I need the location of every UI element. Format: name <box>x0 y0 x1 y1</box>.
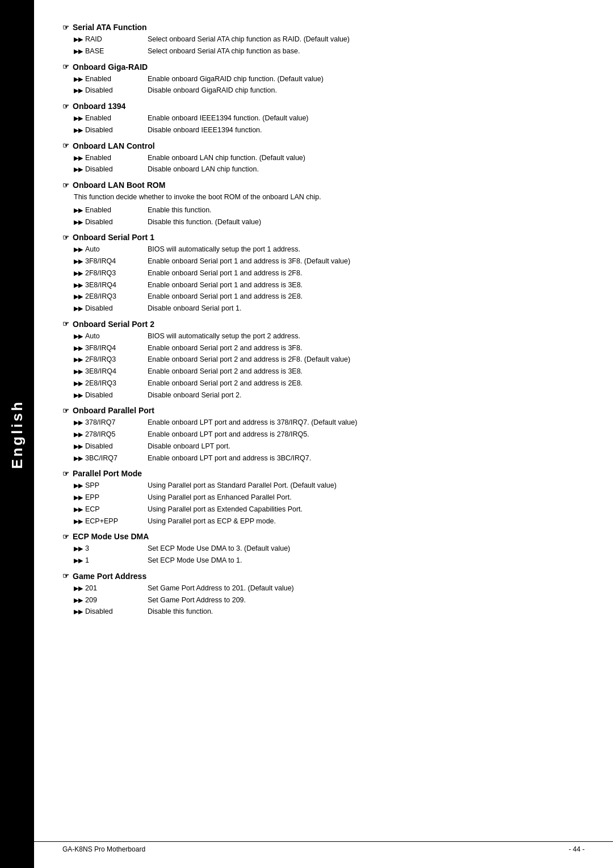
option-key: ▶▶SPP <box>74 480 148 491</box>
option-row: ▶▶EPPUsing Parallel port as Enhanced Par… <box>74 492 585 503</box>
option-key-text: Enabled <box>85 74 111 85</box>
bullet-icon: ▶▶ <box>74 481 83 490</box>
option-value-text: Enable onboard Serial port 1 and address… <box>148 291 585 302</box>
option-value-text: BIOS will automatically setup the port 2… <box>148 331 585 342</box>
section-title-text: Onboard Serial Port 2 <box>73 320 154 329</box>
section-serial-ata: ☞Serial ATA Function▶▶RAIDSelect onboard… <box>62 23 585 57</box>
option-key-text: ECP <box>85 504 100 515</box>
option-row: ▶▶BASESelect onboard Serial ATA chip fun… <box>74 46 585 57</box>
option-value-text: Enable onboard Serial port 1 and address… <box>148 268 585 279</box>
bullet-icon: ▶▶ <box>74 505 83 514</box>
option-value-text: Enable onboard GigaRAID chip function. (… <box>148 74 585 85</box>
option-key-text: Enabled <box>85 113 111 124</box>
option-row: ▶▶3E8/IRQ4Enable onboard Serial port 2 a… <box>74 366 585 377</box>
section-title-onboard-giga-raid: ☞Onboard Giga-RAID <box>62 62 585 72</box>
option-value-text: Enable onboard Serial port 2 and address… <box>148 378 585 389</box>
bullet-icon: ▶▶ <box>74 304 83 313</box>
option-key: ▶▶3F8/IRQ4 <box>74 256 148 267</box>
bullet-icon: ▶▶ <box>74 125 83 135</box>
option-value-text: Enable onboard LPT port and address is 3… <box>148 417 585 428</box>
section-title-onboard-lan-boot-rom: ☞Onboard LAN Boot ROM <box>62 181 585 190</box>
footer: GA-K8NS Pro Motherboard - 44 - <box>34 841 613 857</box>
section-onboard-serial-port-2: ☞Onboard Serial Port 2▶▶AutoBIOS will au… <box>62 320 585 401</box>
arrow-icon: ☞ <box>62 572 69 580</box>
section-parallel-port-mode: ☞Parallel Port Mode▶▶SPPUsing Parallel p… <box>62 469 585 526</box>
arrow-icon: ☞ <box>62 233 69 242</box>
page-wrapper: English ☞Serial ATA Function▶▶RAIDSelect… <box>0 0 613 868</box>
option-key-text: 3 <box>85 543 89 554</box>
option-key: ▶▶RAID <box>74 34 148 45</box>
option-key: ▶▶Disabled <box>74 85 148 96</box>
option-value-text: Set Game Port Address to 201. (Default v… <box>148 583 585 594</box>
option-key: ▶▶3F8/IRQ4 <box>74 343 148 354</box>
option-value-text: Enable this function. <box>148 205 585 216</box>
option-value-text: Select onboard Serial ATA chip function … <box>148 34 585 45</box>
option-value-text: Set Game Port Address to 209. <box>148 595 585 606</box>
section-onboard-serial-port-1: ☞Onboard Serial Port 1▶▶AutoBIOS will au… <box>62 233 585 314</box>
option-key: ▶▶Enabled <box>74 74 148 85</box>
option-key-text: Auto <box>85 331 100 342</box>
option-key-text: EPP <box>85 492 99 503</box>
option-key-text: SPP <box>85 480 99 491</box>
arrow-icon: ☞ <box>62 320 69 328</box>
option-key-text: Disabled <box>85 164 113 175</box>
option-row: ▶▶EnabledEnable onboard LAN chip functio… <box>74 153 585 163</box>
section-title-text: Onboard 1394 <box>73 102 125 111</box>
option-key-text: ECP+EPP <box>85 516 118 527</box>
option-row: ▶▶2F8/IRQ3Enable onboard Serial port 2 a… <box>74 354 585 365</box>
option-key: ▶▶3E8/IRQ4 <box>74 366 148 377</box>
section-title-onboard-lan-control: ☞Onboard LAN Control <box>62 141 585 150</box>
option-row: ▶▶EnabledEnable onboard GigaRAID chip fu… <box>74 74 585 85</box>
option-value-text: Enable onboard Serial port 1 and address… <box>148 256 585 267</box>
option-value-text: Using Parallel port as Standard Parallel… <box>148 480 585 491</box>
section-title-text: Game Port Address <box>73 572 146 581</box>
option-key-text: 3F8/IRQ4 <box>85 256 116 267</box>
option-row: ▶▶DisabledDisable onboard Serial port 1. <box>74 303 585 314</box>
section-game-port-address: ☞Game Port Address▶▶201Set Game Port Add… <box>62 572 585 617</box>
arrow-icon: ☞ <box>62 102 69 111</box>
section-title-text: ECP Mode Use DMA <box>73 532 149 541</box>
bullet-icon: ▶▶ <box>74 74 83 84</box>
option-row: ▶▶278/IRQ5Enable onboard LPT port and ad… <box>74 429 585 440</box>
option-key: ▶▶3 <box>74 543 148 554</box>
option-key-text: Disabled <box>85 303 113 314</box>
option-row: ▶▶2F8/IRQ3Enable onboard Serial port 1 a… <box>74 268 585 279</box>
option-key-text: Enabled <box>85 153 111 163</box>
bullet-icon: ▶▶ <box>74 544 83 553</box>
section-title-text: Onboard LAN Control <box>73 141 155 150</box>
option-value-text: Enable onboard LAN chip function. (Defau… <box>148 153 585 163</box>
option-row: ▶▶1Set ECP Mode Use DMA to 1. <box>74 555 585 566</box>
section-onboard-giga-raid: ☞Onboard Giga-RAID▶▶EnabledEnable onboar… <box>62 62 585 97</box>
arrow-icon: ☞ <box>62 181 69 190</box>
option-key-text: 1 <box>85 555 89 566</box>
option-row: ▶▶3E8/IRQ4Enable onboard Serial port 1 a… <box>74 280 585 291</box>
option-value-text: Disable this function. (Default value) <box>148 217 585 228</box>
option-key-text: 2F8/IRQ3 <box>85 354 116 365</box>
option-key-text: Disabled <box>85 606 113 617</box>
section-title-game-port-address: ☞Game Port Address <box>62 572 585 581</box>
option-value-text: Disable this function. <box>148 606 585 617</box>
arrow-icon: ☞ <box>62 23 69 32</box>
section-ecp-mode-use-dma: ☞ECP Mode Use DMA▶▶3Set ECP Mode Use DMA… <box>62 532 585 566</box>
bullet-icon: ▶▶ <box>74 292 83 301</box>
option-row: ▶▶3F8/IRQ4Enable onboard Serial port 1 a… <box>74 256 585 267</box>
option-value-text: Using Parallel port as Extended Capabili… <box>148 504 585 515</box>
option-row: ▶▶DisabledDisable onboard IEEE1394 funct… <box>74 125 585 136</box>
option-key: ▶▶Enabled <box>74 153 148 163</box>
arrow-icon: ☞ <box>62 62 69 71</box>
footer-left: GA-K8NS Pro Motherboard <box>62 845 145 853</box>
option-row: ▶▶DisabledDisable onboard LAN chip funct… <box>74 164 585 175</box>
bullet-icon: ▶▶ <box>74 153 83 163</box>
sidebar: English <box>0 0 34 868</box>
option-key-text: 3E8/IRQ4 <box>85 366 116 377</box>
section-title-text: Serial ATA Function <box>73 23 147 32</box>
bullet-icon: ▶▶ <box>74 607 83 617</box>
bullet-icon: ▶▶ <box>74 430 83 439</box>
option-key: ▶▶278/IRQ5 <box>74 429 148 440</box>
bullet-icon: ▶▶ <box>74 280 83 290</box>
section-title-parallel-port-mode: ☞Parallel Port Mode <box>62 469 585 478</box>
option-key-text: Disabled <box>85 125 113 136</box>
section-onboard-1394: ☞Onboard 1394▶▶EnabledEnable onboard IEE… <box>62 102 585 136</box>
content-area: ☞Serial ATA Function▶▶RAIDSelect onboard… <box>34 0 613 868</box>
option-row: ▶▶2E8/IRQ3Enable onboard Serial port 1 a… <box>74 291 585 302</box>
